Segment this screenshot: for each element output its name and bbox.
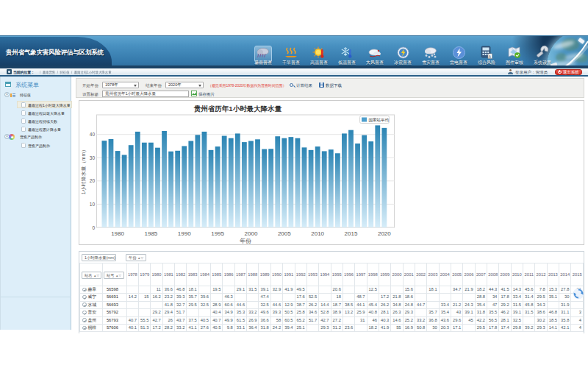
svg-text:20: 20 (90, 178, 96, 183)
svg-text:2010: 2010 (311, 230, 324, 237)
svg-text:1小时降水量（mm）: 1小时降水量（mm） (81, 147, 87, 195)
svg-text:40: 40 (90, 132, 96, 137)
svg-text:1995: 1995 (211, 230, 224, 237)
svg-text:2015: 2015 (345, 230, 358, 237)
svg-text:年份: 年份 (240, 238, 251, 244)
svg-text:10: 10 (90, 202, 96, 207)
svg-text:1990: 1990 (178, 230, 191, 237)
svg-text:国家站平均: 国家站平均 (369, 118, 390, 123)
svg-text:0: 0 (92, 225, 95, 230)
svg-text:2020: 2020 (378, 230, 391, 237)
svg-text:贵州省历年1小时最大降水量: 贵州省历年1小时最大降水量 (194, 105, 282, 113)
svg-text:30: 30 (90, 155, 96, 160)
svg-text:2005: 2005 (278, 230, 291, 237)
svg-text:2000: 2000 (245, 230, 258, 237)
svg-text:1985: 1985 (144, 230, 157, 237)
svg-text:1980: 1980 (111, 230, 124, 237)
